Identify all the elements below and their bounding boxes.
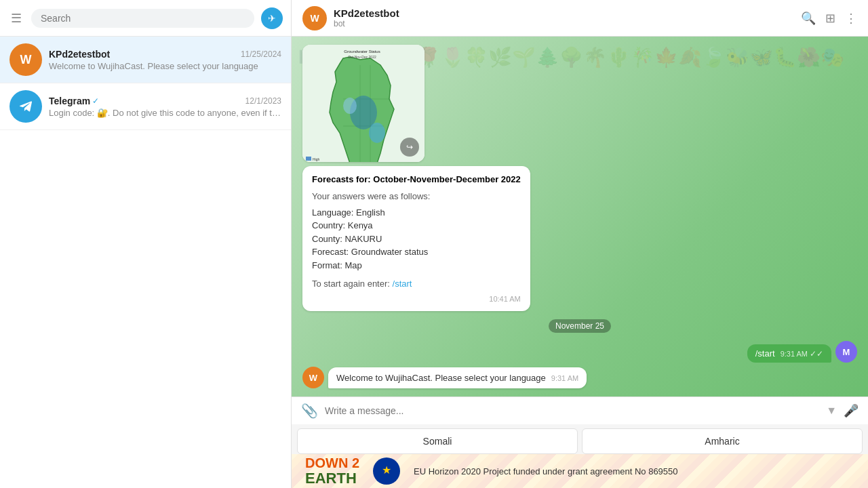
chat-name-kpd2testbot: KPd2etestbot — [49, 49, 110, 60]
hamburger-icon[interactable]: ☰ — [8, 8, 24, 28]
search-header-icon[interactable]: 🔍 — [801, 11, 816, 26]
columns-icon[interactable]: ⊞ — [825, 11, 835, 26]
map-message: Kenya High Medium Low No data Groundwate… — [302, 45, 425, 162]
avatar-telegram — [9, 90, 42, 123]
country-answer: Country: Kenya — [312, 219, 521, 232]
chat-header-name: KPd2etestbot — [334, 7, 794, 19]
chat-header-actions: 🔍 ⊞ ⋮ — [801, 11, 857, 26]
earth-text: EARTH — [305, 470, 359, 487]
chat-header-subtitle: bot — [334, 19, 794, 28]
chat-header: W KPd2etestbot bot 🔍 ⊞ ⋮ — [292, 0, 868, 37]
chat-time-telegram: 12/1/2023 — [245, 96, 281, 106]
forecast-title: Forecasts for: October-November-December… — [312, 173, 521, 186]
compose-icon[interactable]: ✈ — [261, 7, 283, 29]
restart-prompt: To start again enter: /start — [312, 277, 521, 291]
double-check-icon: ✓✓ — [810, 349, 823, 359]
attach-icon[interactable]: 📎 — [301, 403, 318, 419]
chat-header-avatar: W — [302, 6, 327, 30]
svg-text:Oct-Nov-Dec 2022: Oct-Nov-Dec 2022 — [348, 55, 376, 59]
answers-intro: Your answers were as follows: — [312, 190, 521, 203]
forecast-answer: Forecast: Groundwater status — [312, 245, 521, 259]
svg-text:High: High — [313, 157, 320, 161]
message-input-area: 📎 ▼ 🎤 — [292, 396, 868, 424]
grant-text: EU Horizon 2020 Project funded under gra… — [414, 466, 678, 476]
start-link[interactable]: /start — [393, 279, 412, 289]
user-start-message: /start 9:31 AM ✓✓ M — [747, 341, 857, 363]
search-input[interactable] — [41, 13, 245, 24]
chat-preview-telegram: Login code: 🔐. Do not give this code to … — [49, 108, 281, 118]
user-start-bubble: /start 9:31 AM ✓✓ — [747, 344, 831, 363]
chat-wrapper: W KPd2etestbot bot 🔍 ⊞ ⋮ 🌟🎭🎨🎪🎢🎡🎠🏆🎯🎲🃏🎴🀄🎸🎹… — [292, 0, 868, 488]
forward-button[interactable]: ↪ — [400, 138, 419, 157]
forecast-timestamp: 10:41 AM — [312, 293, 521, 305]
svg-point-6 — [369, 123, 385, 143]
chat-top: KPd2etestbot 11/25/2024 — [49, 49, 281, 60]
eu-logo: ★ — [373, 458, 400, 485]
chat-info-telegram: Telegram ✓ 12/1/2023 Login code: 🔐. Do n… — [49, 96, 281, 118]
format-answer: Format: Map — [312, 259, 521, 272]
verified-badge-telegram: ✓ — [92, 96, 99, 106]
chat-item-telegram[interactable]: Telegram ✓ 12/1/2023 Login code: 🔐. Do n… — [0, 83, 291, 130]
down2earth-logo: DOWN 2 EARTH — [305, 455, 359, 487]
svg-rect-9 — [306, 157, 311, 161]
chat-list: W KPd2etestbot 11/25/2024 Welcome to Wuj… — [0, 37, 291, 488]
footer-bar: DOWN 2 EARTH ★ EU Horizon 2020 Project f… — [292, 454, 868, 488]
svg-text:Groundwater Status: Groundwater Status — [344, 49, 380, 54]
bot-welcome-bubble: Welcome to WujihaCast. Please select you… — [328, 367, 587, 388]
language-answer: Language: English — [312, 206, 521, 220]
chat-preview-kpd2testbot: Welcome to WujihaCast. Please select you… — [49, 61, 281, 71]
user-avatar: M — [835, 341, 857, 363]
down-text: DOWN 2 — [305, 455, 359, 470]
bot-avatar-small: W — [302, 367, 324, 388]
chat-header-info: KPd2etestbot bot — [334, 7, 794, 28]
chat-time-kpd2testbot: 11/25/2024 — [241, 49, 281, 59]
date-separator: November 25 — [549, 319, 611, 333]
send-icon: ✈ — [268, 13, 276, 24]
more-options-icon[interactable]: ⋮ — [845, 11, 857, 26]
forecast-bubble: Forecasts for: October-November-December… — [302, 166, 530, 312]
chat-info-kpd2testbot: KPd2etestbot 11/25/2024 Welcome to Wujih… — [49, 49, 281, 71]
footer-content: DOWN 2 EARTH ★ EU Horizon 2020 Project f… — [292, 454, 868, 488]
svg-text:★: ★ — [382, 464, 391, 476]
bot-welcome-time: 9:31 AM — [551, 374, 578, 382]
emoji-dropdown-icon[interactable]: ▼ — [826, 405, 837, 417]
user-start-time: 9:31 AM ✓✓ — [781, 349, 823, 359]
lang-btn-somali[interactable]: Somali — [297, 428, 578, 454]
chat-item-kpd2testbot[interactable]: W KPd2etestbot 11/25/2024 Welcome to Wuj… — [0, 37, 291, 83]
county-answer: County: NAKURU — [312, 232, 521, 246]
chat-top-telegram: Telegram ✓ 12/1/2023 — [49, 96, 281, 106]
message-input[interactable] — [325, 405, 819, 416]
avatar-kpd2testbot: W — [9, 43, 42, 76]
sidebar: ☰ ✈ W KPd2etestbot 11/25/2024 Welcome to… — [0, 0, 292, 488]
mic-icon[interactable]: 🎤 — [844, 403, 859, 418]
bot-welcome-text: Welcome to WujihaCast. Please select you… — [336, 373, 546, 383]
user-start-text: /start — [755, 348, 775, 359]
messages-area: Kenya High Medium Low No data Groundwate… — [292, 37, 868, 396]
input-right-icons: ▼ 🎤 — [826, 403, 859, 418]
chat-name-telegram: Telegram — [49, 96, 90, 106]
lang-btn-amharic[interactable]: Amharic — [582, 428, 863, 454]
language-row-1: Somali Amharic — [297, 428, 863, 454]
svg-point-7 — [343, 98, 357, 114]
sidebar-header: ☰ ✈ — [0, 0, 291, 37]
search-bar[interactable] — [31, 9, 254, 28]
bot-welcome-row: W Welcome to WujihaCast. Please select y… — [302, 367, 857, 388]
